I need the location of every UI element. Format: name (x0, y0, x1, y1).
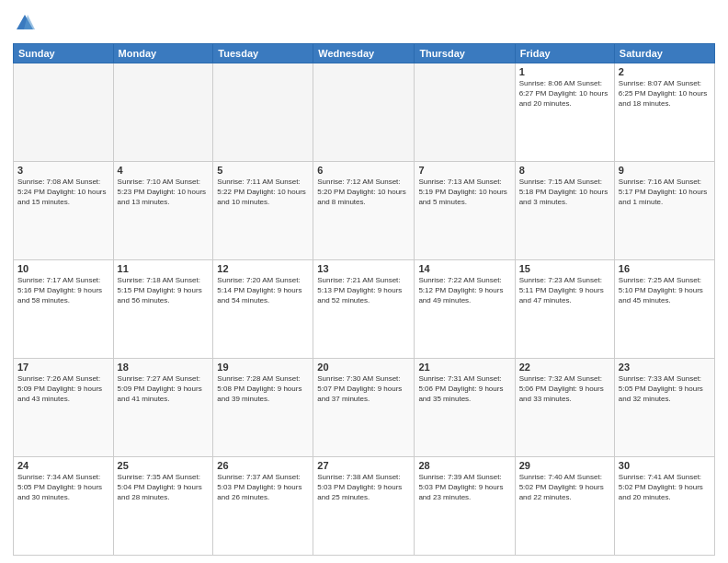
calendar-cell: 5Sunrise: 7:11 AM Sunset: 5:22 PM Daylig… (213, 161, 313, 259)
day-info: Sunrise: 7:12 AM Sunset: 5:20 PM Dayligh… (317, 177, 410, 208)
calendar-cell: 15Sunrise: 7:23 AM Sunset: 5:11 PM Dayli… (515, 259, 614, 358)
day-info: Sunrise: 7:10 AM Sunset: 5:23 PM Dayligh… (118, 177, 210, 208)
calendar-cell: 14Sunrise: 7:22 AM Sunset: 5:12 PM Dayli… (415, 259, 515, 358)
calendar-cell: 18Sunrise: 7:27 AM Sunset: 5:09 PM Dayli… (113, 358, 213, 456)
calendar-cell (113, 63, 213, 161)
calendar-cell: 23Sunrise: 7:33 AM Sunset: 5:05 PM Dayli… (614, 358, 714, 456)
week-row-1: 1Sunrise: 8:06 AM Sunset: 6:27 PM Daylig… (14, 63, 715, 161)
calendar-cell: 1Sunrise: 8:06 AM Sunset: 6:27 PM Daylig… (515, 63, 614, 161)
weekday-header-row: SundayMondayTuesdayWednesdayThursdayFrid… (14, 43, 715, 63)
weekday-header-wednesday: Wednesday (313, 43, 415, 63)
day-info: Sunrise: 7:30 AM Sunset: 5:07 PM Dayligh… (317, 373, 410, 405)
day-number: 9 (619, 165, 711, 176)
calendar-cell: 9Sunrise: 7:16 AM Sunset: 5:17 PM Daylig… (614, 161, 714, 259)
day-number: 3 (17, 165, 109, 176)
day-number: 16 (619, 263, 711, 274)
calendar-cell: 25Sunrise: 7:35 AM Sunset: 5:04 PM Dayli… (113, 456, 213, 555)
weekday-header-monday: Monday (113, 43, 213, 63)
calendar-cell: 29Sunrise: 7:40 AM Sunset: 5:02 PM Dayli… (515, 456, 614, 555)
day-info: Sunrise: 7:18 AM Sunset: 5:15 PM Dayligh… (118, 275, 210, 306)
calendar-cell: 2Sunrise: 8:07 AM Sunset: 6:25 PM Daylig… (614, 63, 714, 161)
calendar-cell: 21Sunrise: 7:31 AM Sunset: 5:06 PM Dayli… (415, 358, 515, 456)
day-info: Sunrise: 7:16 AM Sunset: 5:17 PM Dayligh… (619, 177, 711, 208)
day-number: 1 (519, 66, 610, 77)
calendar-cell: 20Sunrise: 7:30 AM Sunset: 5:07 PM Dayli… (313, 358, 415, 456)
day-info: Sunrise: 7:22 AM Sunset: 5:12 PM Dayligh… (418, 275, 510, 306)
calendar: SundayMondayTuesdayWednesdayThursdayFrid… (13, 43, 715, 556)
day-info: Sunrise: 7:28 AM Sunset: 5:08 PM Dayligh… (217, 373, 309, 405)
day-info: Sunrise: 8:07 AM Sunset: 6:25 PM Dayligh… (619, 78, 711, 109)
calendar-cell: 4Sunrise: 7:10 AM Sunset: 5:23 PM Daylig… (113, 161, 213, 259)
calendar-cell: 12Sunrise: 7:20 AM Sunset: 5:14 PM Dayli… (213, 259, 313, 358)
day-info: Sunrise: 7:20 AM Sunset: 5:14 PM Dayligh… (217, 275, 309, 306)
day-number: 5 (217, 165, 309, 176)
day-info: Sunrise: 7:13 AM Sunset: 5:19 PM Dayligh… (418, 177, 510, 208)
calendar-cell: 7Sunrise: 7:13 AM Sunset: 5:19 PM Daylig… (415, 161, 515, 259)
day-info: Sunrise: 7:37 AM Sunset: 5:03 PM Dayligh… (217, 472, 309, 503)
day-info: Sunrise: 7:23 AM Sunset: 5:11 PM Dayligh… (519, 275, 610, 306)
day-info: Sunrise: 7:33 AM Sunset: 5:05 PM Dayligh… (619, 373, 711, 405)
weekday-header-saturday: Saturday (614, 43, 714, 63)
day-number: 27 (317, 460, 410, 471)
day-number: 28 (418, 460, 510, 471)
day-number: 4 (118, 165, 210, 176)
day-info: Sunrise: 7:38 AM Sunset: 5:03 PM Dayligh… (317, 472, 410, 503)
day-info: Sunrise: 7:11 AM Sunset: 5:22 PM Dayligh… (217, 177, 309, 208)
day-info: Sunrise: 7:25 AM Sunset: 5:10 PM Dayligh… (619, 275, 711, 306)
day-number: 13 (317, 263, 410, 274)
day-info: Sunrise: 7:34 AM Sunset: 5:05 PM Dayligh… (17, 472, 109, 503)
calendar-cell: 28Sunrise: 7:39 AM Sunset: 5:03 PM Dayli… (415, 456, 515, 555)
day-number: 19 (217, 362, 309, 373)
day-info: Sunrise: 7:40 AM Sunset: 5:02 PM Dayligh… (519, 472, 610, 503)
day-info: Sunrise: 7:31 AM Sunset: 5:06 PM Dayligh… (418, 373, 510, 405)
week-row-4: 17Sunrise: 7:26 AM Sunset: 5:09 PM Dayli… (14, 358, 715, 456)
weekday-header-friday: Friday (515, 43, 614, 63)
calendar-cell: 22Sunrise: 7:32 AM Sunset: 5:06 PM Dayli… (515, 358, 614, 456)
calendar-cell: 8Sunrise: 7:15 AM Sunset: 5:18 PM Daylig… (515, 161, 614, 259)
day-info: Sunrise: 7:15 AM Sunset: 5:18 PM Dayligh… (519, 177, 610, 208)
day-number: 22 (519, 362, 610, 373)
weekday-header-tuesday: Tuesday (213, 43, 313, 63)
day-info: Sunrise: 7:08 AM Sunset: 5:24 PM Dayligh… (17, 177, 109, 208)
calendar-cell (213, 63, 313, 161)
calendar-cell: 10Sunrise: 7:17 AM Sunset: 5:16 PM Dayli… (14, 259, 114, 358)
calendar-cell: 30Sunrise: 7:41 AM Sunset: 5:02 PM Dayli… (614, 456, 714, 555)
day-info: Sunrise: 7:39 AM Sunset: 5:03 PM Dayligh… (418, 472, 510, 503)
day-number: 11 (118, 263, 210, 274)
calendar-cell: 16Sunrise: 7:25 AM Sunset: 5:10 PM Dayli… (614, 259, 714, 358)
day-number: 7 (418, 165, 510, 176)
day-info: Sunrise: 8:06 AM Sunset: 6:27 PM Dayligh… (519, 78, 610, 109)
calendar-cell: 27Sunrise: 7:38 AM Sunset: 5:03 PM Dayli… (313, 456, 415, 555)
page: SundayMondayTuesdayWednesdayThursdayFrid… (0, 0, 728, 563)
day-number: 25 (118, 460, 210, 471)
calendar-cell: 13Sunrise: 7:21 AM Sunset: 5:13 PM Dayli… (313, 259, 415, 358)
logo (13, 13, 35, 38)
day-number: 12 (217, 263, 309, 274)
calendar-cell: 19Sunrise: 7:28 AM Sunset: 5:08 PM Dayli… (213, 358, 313, 456)
day-number: 21 (418, 362, 510, 373)
calendar-cell: 17Sunrise: 7:26 AM Sunset: 5:09 PM Dayli… (14, 358, 114, 456)
day-number: 29 (519, 460, 610, 471)
logo-icon (15, 13, 35, 33)
day-number: 17 (17, 362, 109, 373)
calendar-cell: 3Sunrise: 7:08 AM Sunset: 5:24 PM Daylig… (14, 161, 114, 259)
day-info: Sunrise: 7:17 AM Sunset: 5:16 PM Dayligh… (17, 275, 109, 306)
day-number: 15 (519, 263, 610, 274)
calendar-cell (14, 63, 114, 161)
day-number: 20 (317, 362, 410, 373)
day-number: 2 (619, 66, 711, 77)
day-number: 6 (317, 165, 410, 176)
weekday-header-thursday: Thursday (415, 43, 515, 63)
day-info: Sunrise: 7:27 AM Sunset: 5:09 PM Dayligh… (118, 373, 210, 405)
calendar-cell: 11Sunrise: 7:18 AM Sunset: 5:15 PM Dayli… (113, 259, 213, 358)
header (13, 9, 715, 38)
week-row-2: 3Sunrise: 7:08 AM Sunset: 5:24 PM Daylig… (14, 161, 715, 259)
week-row-5: 24Sunrise: 7:34 AM Sunset: 5:05 PM Dayli… (14, 456, 715, 555)
day-info: Sunrise: 7:26 AM Sunset: 5:09 PM Dayligh… (17, 373, 109, 405)
calendar-cell: 26Sunrise: 7:37 AM Sunset: 5:03 PM Dayli… (213, 456, 313, 555)
day-number: 24 (17, 460, 109, 471)
week-row-3: 10Sunrise: 7:17 AM Sunset: 5:16 PM Dayli… (14, 259, 715, 358)
calendar-cell: 6Sunrise: 7:12 AM Sunset: 5:20 PM Daylig… (313, 161, 415, 259)
calendar-cell: 24Sunrise: 7:34 AM Sunset: 5:05 PM Dayli… (14, 456, 114, 555)
day-number: 8 (519, 165, 610, 176)
